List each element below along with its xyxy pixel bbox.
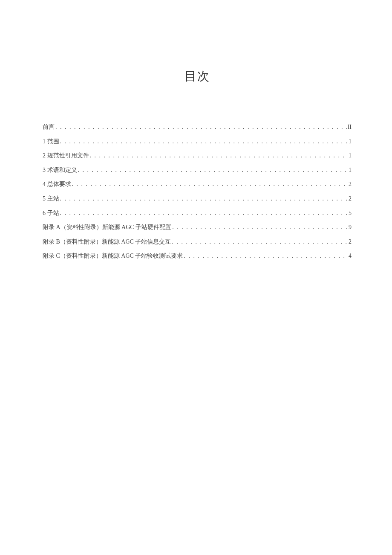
toc-page: 9 — [349, 223, 352, 232]
toc-entry: 6 子站 5 — [43, 209, 352, 218]
toc-entry: 附录 C（资料性附录）新能源 AGC 子站验收测试要求 4 — [43, 252, 352, 260]
toc-page: 5 — [349, 209, 352, 218]
toc-page: 4 — [349, 252, 352, 260]
toc-label: 附录 C（资料性附录）新能源 AGC 子站验收测试要求 — [43, 252, 183, 260]
toc-label: 附录 B（资料性附录）新能源 AGC 子站信息交互 — [43, 238, 171, 246]
toc-leader — [172, 238, 348, 246]
toc-entry: 2 规范性引用文件 1 — [43, 151, 352, 160]
toc-entry: 附录 B（资料性附录）新能源 AGC 子站信息交互 2 — [43, 238, 352, 246]
toc-leader — [55, 123, 347, 131]
toc-entry: 3 术语和定义 1 — [43, 166, 352, 174]
toc-page: 2 — [349, 180, 352, 189]
toc-label: 5 主站 — [43, 195, 59, 203]
toc-page: II — [348, 123, 352, 131]
toc-leader — [60, 137, 348, 146]
toc-label: 前言 — [43, 123, 55, 131]
toc-leader — [60, 209, 348, 218]
toc-label: 1 范围 — [43, 137, 59, 146]
toc-label: 6 子站 — [43, 209, 59, 218]
toc-leader — [184, 252, 348, 260]
toc-page: 2 — [349, 238, 352, 246]
toc-label: 附录 A（资料性附录）新能源 AGC 子站硬件配置 — [43, 223, 171, 232]
toc-entry: 5 主站 2 — [43, 195, 352, 203]
toc-leader — [172, 223, 348, 232]
toc-entry: 1 范围 1 — [43, 137, 352, 146]
toc-leader — [60, 195, 348, 203]
toc-label: 2 规范性引用文件 — [43, 151, 89, 160]
toc-page: 2 — [349, 195, 352, 203]
toc-entry: 前言 II — [43, 123, 352, 131]
toc-container: 前言 II 1 范围 1 2 规范性引用文件 1 3 术语和定义 1 4 总体要… — [43, 123, 352, 260]
toc-page: 1 — [349, 137, 352, 146]
toc-leader — [90, 151, 348, 160]
page-title: 目次 — [43, 68, 352, 84]
toc-page: 1 — [349, 166, 352, 174]
toc-label: 4 总体要求 — [43, 180, 71, 189]
toc-entry: 4 总体要求 2 — [43, 180, 352, 189]
toc-leader — [72, 180, 348, 189]
toc-label: 3 术语和定义 — [43, 166, 77, 174]
toc-entry: 附录 A（资料性附录）新能源 AGC 子站硬件配置 9 — [43, 223, 352, 232]
toc-leader — [78, 166, 348, 174]
toc-page: 1 — [349, 151, 352, 160]
